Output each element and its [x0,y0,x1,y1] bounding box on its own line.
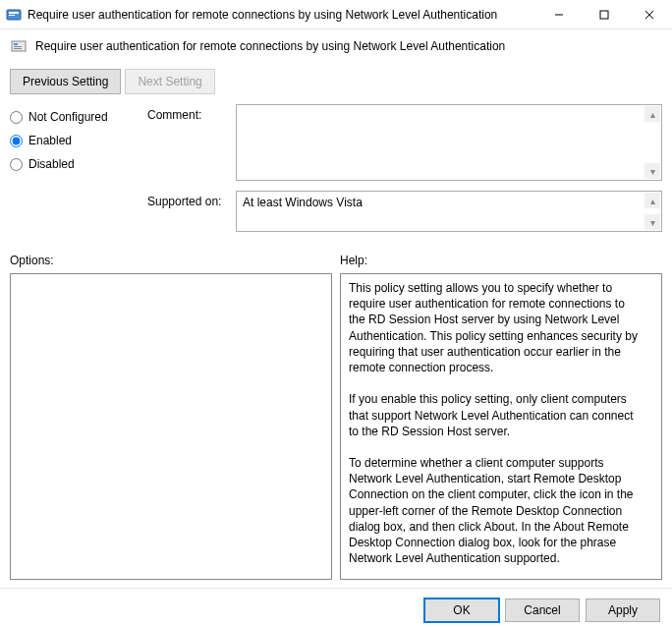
policy-item-icon [10,37,28,55]
meta-fields: Comment: ▴ ▾ Supported on: At least Wind… [147,104,662,242]
ok-button[interactable]: OK [424,598,499,622]
window-controls [536,0,672,28]
scroll-up-icon[interactable]: ▴ [644,193,660,208]
radio-label: Disabled [28,157,75,171]
panels: Options: Help: This policy setting allow… [0,242,672,580]
supported-label: Supported on: [147,191,236,232]
svg-rect-9 [14,46,22,47]
help-panel[interactable]: This policy setting allows you to specif… [340,273,662,580]
maximize-button[interactable] [582,0,627,28]
minimize-button[interactable] [536,0,582,28]
config-area: Not Configured Enabled Disabled Comment:… [0,104,672,242]
radio-label: Not Configured [28,110,108,124]
policy-name: Require user authentication for remote c… [35,39,505,53]
radio-disabled[interactable]: Disabled [10,157,138,171]
supported-field: At least Windows Vista ▴ ▾ [236,191,662,232]
svg-rect-10 [14,48,22,49]
comment-label: Comment: [147,104,236,181]
cancel-button[interactable]: Cancel [505,598,580,622]
close-button[interactable] [627,0,672,28]
svg-rect-1 [9,12,19,14]
dialog-footer: OK Cancel Apply [0,588,672,627]
scroll-up-icon[interactable]: ▴ [644,106,660,122]
radio-label: Enabled [28,134,72,147]
radio-input-not-configured[interactable] [10,111,23,124]
radio-input-disabled[interactable] [10,158,23,171]
options-panel[interactable] [10,273,332,580]
scroll-down-icon[interactable]: ▾ [644,163,660,179]
titlebar: Require user authentication for remote c… [0,0,672,29]
help-content: This policy setting allows you to specif… [349,281,641,580]
options-label: Options: [10,254,332,267]
svg-rect-2 [9,15,15,16]
apply-button[interactable]: Apply [586,598,660,622]
comment-field[interactable]: ▴ ▾ [236,104,662,181]
radio-input-enabled[interactable] [10,135,23,147]
supported-value: At least Windows Vista [243,196,363,209]
window-title: Require user authentication for remote c… [28,8,536,22]
scroll-down-icon[interactable]: ▾ [644,214,660,230]
policy-header: Require user authentication for remote c… [0,29,672,63]
svg-rect-4 [600,11,608,19]
nav-buttons: Previous Setting Next Setting [0,63,672,104]
svg-rect-8 [14,43,18,45]
state-radios: Not Configured Enabled Disabled [10,104,138,242]
previous-setting-button[interactable]: Previous Setting [10,69,121,94]
next-setting-button[interactable]: Next Setting [125,69,214,94]
radio-not-configured[interactable]: Not Configured [10,110,138,124]
radio-enabled[interactable]: Enabled [10,134,138,147]
policy-icon [6,7,22,23]
help-label: Help: [340,254,662,267]
